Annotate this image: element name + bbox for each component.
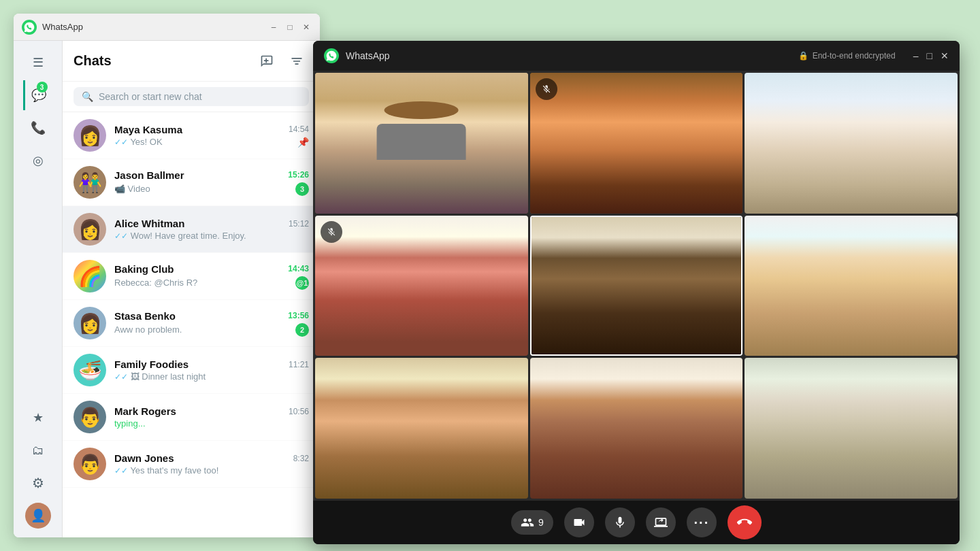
search-icon: 🔍 (82, 91, 93, 102)
chat-info-stasa: Stasa Benko 13:56 Aww no problem. 2 (114, 310, 309, 337)
chats-header: Chats (63, 41, 320, 82)
chat-name-stasa: Stasa Benko (114, 310, 176, 322)
chat-name-dawn: Dawn Jones (114, 452, 174, 464)
chat-preview-family: ✓✓ 🖼 Dinner last night (114, 371, 206, 382)
main-window-controls: – □ ✕ (268, 22, 312, 33)
chat-item-baking[interactable]: 🌈 Baking Club 14:43 Rebecca: @Chris R? @… (63, 253, 320, 300)
chat-item-alice[interactable]: 👩 Alice Whitman 15:12 ✓✓ Wow! Have great… (63, 206, 320, 253)
chat-preview-dawn: ✓✓ Yes that's my fave too! (114, 465, 218, 475)
video-minimize-button[interactable]: – (913, 50, 919, 61)
chat-time-mark: 10:56 (289, 407, 309, 416)
chat-preview-stasa: Aww no problem. (114, 324, 182, 335)
main-titlebar: WhatsApp – □ ✕ (14, 14, 320, 41)
chat-avatar-dawn: 👨 (74, 448, 106, 480)
mic-toggle-button[interactable] (605, 507, 635, 537)
sidebar-chats-icon[interactable]: 💬 3 (23, 80, 53, 110)
chat-preview-jason: 📹 Video (114, 184, 150, 194)
video-cell-1 (315, 73, 528, 214)
video-cell-5 (530, 216, 743, 356)
chat-preview-maya: ✓✓ Yes! OK (114, 137, 163, 147)
video-cell-8 (530, 358, 743, 499)
chat-item-jason[interactable]: 👫 Jason Ballmer 15:26 📹 Video 3 (63, 159, 320, 206)
chat-time-maya: 14:54 (289, 124, 309, 134)
chats-title: Chats (74, 53, 246, 69)
chat-name-jason: Jason Ballmer (114, 169, 184, 181)
sidebar: ☰ 💬 3 📞 ◎ ★ 🗂 ⚙ 👤 (14, 41, 63, 537)
chat-preview-mark: typing... (114, 418, 146, 429)
chat-info-alice: Alice Whitman 15:12 ✓✓ Wow! Have great t… (114, 218, 309, 241)
video-toggle-button[interactable] (564, 507, 594, 537)
sidebar-settings-icon[interactable]: ⚙ (23, 468, 53, 498)
video-close-button[interactable]: ✕ (941, 50, 949, 61)
chat-info-baking: Baking Club 14:43 Rebecca: @Chris R? @ 1 (114, 263, 309, 290)
chat-time-stasa: 13:56 (288, 311, 309, 320)
video-grid (313, 71, 960, 501)
chat-avatar-maya: 👩 (74, 119, 106, 152)
video-controls-bar: 9 ··· (313, 501, 960, 544)
whatsapp-logo-icon (22, 20, 37, 35)
chat-notification-badge: 3 (37, 82, 48, 93)
chat-item-maya[interactable]: 👩 Maya Kasuma 14:54 ✓✓ Yes! OK 📌 (63, 112, 320, 159)
main-window-title: WhatsApp (42, 22, 263, 32)
unread-badge-jason: 3 (295, 182, 309, 196)
mute-overlay-2 (536, 78, 557, 100)
chat-info-family: Family Foodies 11:21 ✓✓ 🖼 Dinner last ni… (114, 358, 309, 382)
encrypted-text: End-to-end endcrypted (813, 51, 896, 61)
video-cell-2 (530, 73, 743, 214)
chat-avatar-mark: 👨 (74, 401, 106, 433)
chat-avatar-alice: 👩 (74, 213, 106, 246)
more-options-button[interactable]: ··· (687, 507, 717, 537)
sidebar-avatar[interactable]: 👤 (23, 501, 53, 531)
chat-item-stasa[interactable]: 👩 Stasa Benko 13:56 Aww no problem. 2 (63, 300, 320, 347)
chat-info-dawn: Dawn Jones 8:32 ✓✓ Yes that's my fave to… (114, 452, 309, 475)
video-whatsapp-logo-icon (324, 48, 339, 63)
chat-info-maya: Maya Kasuma 14:54 ✓✓ Yes! OK 📌 (114, 124, 309, 148)
screen-share-button[interactable] (646, 507, 676, 537)
participants-button[interactable]: 9 (511, 510, 553, 535)
search-input-wrapper[interactable]: 🔍 (74, 87, 309, 106)
header-icons (255, 49, 309, 73)
chat-info-jason: Jason Ballmer 15:26 📹 Video 3 (114, 169, 309, 196)
sidebar-archived-icon[interactable]: 🗂 (23, 435, 53, 465)
video-cell-7 (315, 358, 528, 499)
chat-time-baking: 14:43 (288, 264, 309, 273)
video-window-title: WhatsApp (346, 50, 791, 61)
chat-item-mark[interactable]: 👨 Mark Rogers 10:56 typing... (63, 394, 320, 441)
maximize-button[interactable]: □ (284, 22, 295, 33)
chat-preview-alice: ✓✓ Wow! Have great time. Enjoy. (114, 231, 246, 241)
chat-panel: Chats 🔍 👩 (63, 41, 320, 537)
chat-name-family: Family Foodies (114, 358, 189, 370)
video-maximize-button[interactable]: □ (927, 50, 932, 61)
video-titlebar: WhatsApp 🔒 End-to-end endcrypted – □ ✕ (313, 41, 960, 71)
chat-item-family[interactable]: 🍜 Family Foodies 11:21 ✓✓ 🖼 Dinner last … (63, 347, 320, 394)
sidebar-starred-icon[interactable]: ★ (23, 403, 53, 433)
chat-name-maya: Maya Kasuma (114, 124, 182, 135)
search-input[interactable] (99, 91, 301, 102)
chat-name-mark: Mark Rogers (114, 405, 176, 417)
chat-preview-baking: Rebecca: @Chris R? (114, 278, 197, 288)
search-bar: 🔍 (63, 82, 320, 112)
chat-avatar-stasa: 👩 (74, 307, 106, 339)
encrypted-label: 🔒 End-to-end endcrypted (798, 51, 896, 61)
lock-icon: 🔒 (798, 51, 808, 61)
close-button[interactable]: ✕ (301, 22, 312, 33)
minimize-button[interactable]: – (268, 22, 279, 33)
unread-badge-stasa: 2 (295, 323, 309, 337)
chat-time-dawn: 8:32 (293, 454, 309, 463)
video-cell-9 (745, 358, 958, 499)
sidebar-calls-icon[interactable]: 📞 (23, 113, 53, 143)
filter-button[interactable] (284, 49, 309, 73)
chat-item-dawn[interactable]: 👨 Dawn Jones 8:32 ✓✓ Yes that's my fave … (63, 441, 320, 488)
sidebar-bottom: ★ 🗂 ⚙ 👤 (23, 403, 53, 531)
new-chat-button[interactable] (255, 49, 279, 73)
sidebar-menu-icon[interactable]: ☰ (23, 48, 53, 78)
chat-time-alice: 15:12 (289, 219, 309, 229)
sidebar-status-icon[interactable]: ◎ (23, 146, 53, 176)
mute-overlay-4 (321, 221, 342, 243)
video-cell-4 (315, 216, 528, 356)
mention-badge-baking: @ 1 (295, 276, 309, 290)
video-window-controls: – □ ✕ (913, 50, 949, 61)
end-call-button[interactable] (728, 505, 762, 539)
chat-name-alice: Alice Whitman (114, 218, 184, 229)
video-cell-6 (745, 216, 958, 356)
